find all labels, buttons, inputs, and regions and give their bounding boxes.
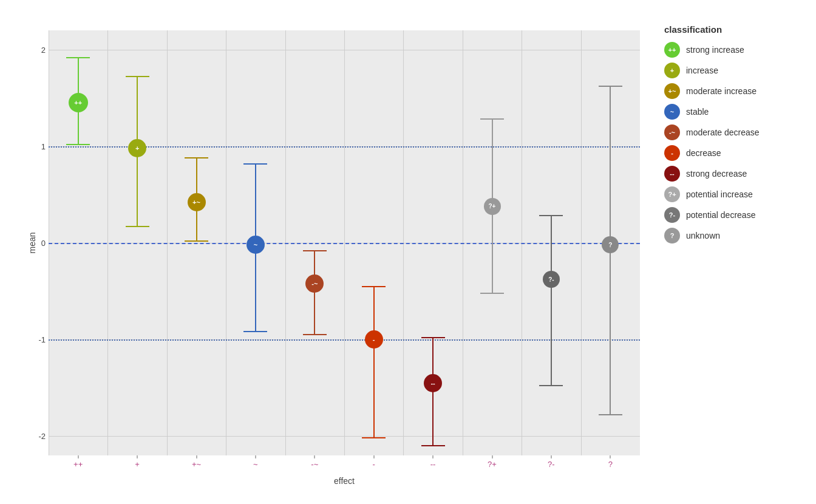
data-point: ~ [246,236,265,254]
x-tick: + [135,460,140,469]
legend-item: - decrease [664,145,804,161]
error-cap-top [66,57,90,58]
error-cap-bottom [243,331,267,332]
legend-label: increase [686,66,718,75]
legend-label: decrease [686,148,721,158]
x-tick-mark [314,455,315,458]
x-tick: -~ [311,460,318,469]
legend-item: ?+ potential increase [664,186,804,202]
legend-circle: -~ [664,124,680,140]
error-cap-bottom [480,293,504,294]
x-tick-mark [255,455,256,458]
x-tick-mark [610,455,611,458]
error-cap-bottom [421,445,445,446]
legend-item: ?- potential decrease [664,207,804,223]
x-tick-mark [137,455,138,458]
x-tick-mark [433,455,433,458]
legend-item: -- strong decrease [664,166,804,182]
data-point: ? [602,236,619,253]
x-tick: ?+ [488,460,497,469]
y-tick: 1 [24,141,46,151]
error-cap-top [599,86,622,87]
error-bar-v [551,216,552,386]
y-tick: -1 [24,335,46,344]
legend-circle: ?- [664,207,680,223]
x-tick: ~ [253,460,258,469]
error-cap-bottom [539,385,563,386]
legend-circle: +~ [664,83,680,99]
error-bar-v [373,287,375,438]
error-cap-bottom [303,334,327,335]
data-point: ?+ [484,198,501,215]
error-cap-bottom [599,414,622,415]
x-tick: +~ [192,460,201,469]
error-cap-top [362,286,386,287]
data-point: ++ [69,93,88,112]
legend-circle: -- [664,166,680,182]
error-cap-top [303,250,327,251]
legend-circle: ~ [664,104,680,120]
error-cap-top [126,76,149,77]
legend-circle: + [664,63,680,78]
legend-label: strong decrease [686,169,747,179]
error-cap-top [421,337,445,338]
legend-label: moderate decrease [686,128,760,137]
legend-item: +~ moderate increase [664,83,804,99]
legend-label: strong increase [686,45,744,55]
error-cap-bottom [126,226,149,227]
error-cap-top [243,163,267,165]
data-point: +~ [188,193,206,211]
legend-label: potential decrease [686,210,755,220]
error-cap-bottom [185,240,208,242]
plot-area: mean effect ++++~~-~---?+?-? 210-1-2++++… [49,30,640,455]
x-tick: - [373,460,375,469]
legend-item: ++ strong increase [664,42,804,58]
legend-label: moderate increase [686,86,756,96]
error-cap-top [539,215,563,216]
error-cap-top [185,157,208,158]
chart-container: mean effect ++++~~-~---?+?-? 210-1-2++++… [0,0,816,504]
y-tick: 0 [24,239,46,248]
error-cap-bottom [66,144,90,145]
plot-background: ++++~~-~---?+?-? [49,30,640,455]
h-gridline [49,436,640,437]
x-tick: ?- [548,460,555,469]
x-tick: -- [430,460,436,469]
legend-item: -~ moderate decrease [664,124,804,140]
x-tick-mark [196,455,197,458]
x-tick-mark [551,455,551,458]
legend-item: ~ stable [664,104,804,120]
legend-circle: ?+ [664,186,680,202]
x-tick-mark [78,455,78,458]
x-tick: ? [608,460,613,469]
legend-label: stable [686,107,709,117]
x-tick: ++ [73,460,83,469]
x-axis-label: effect [334,476,355,486]
legend-circle: ? [664,228,680,243]
legend-label: unknown [686,231,720,240]
x-tick-mark [492,455,492,458]
legend-title: classification [664,24,804,35]
error-cap-top [480,118,504,120]
error-bar-v [314,251,315,335]
h-gridline [49,50,640,50]
data-point: -~ [305,274,324,293]
y-tick: -2 [24,432,46,441]
x-tick-mark [373,455,374,458]
legend-area: classification ++ strong increase + incr… [652,12,810,498]
data-point: - [365,330,383,349]
legend-circle: ++ [664,42,680,58]
error-cap-bottom [362,437,386,438]
data-point: + [128,139,146,157]
legend-item: ? unknown [664,228,804,243]
legend-items: ++ strong increase + increase +~ moderat… [664,42,804,248]
legend-item: + increase [664,63,804,78]
legend-label: potential increase [686,189,753,199]
data-point: ?- [543,271,560,288]
legend-circle: - [664,145,680,161]
data-point: -- [424,374,442,392]
y-tick: 2 [24,45,46,54]
